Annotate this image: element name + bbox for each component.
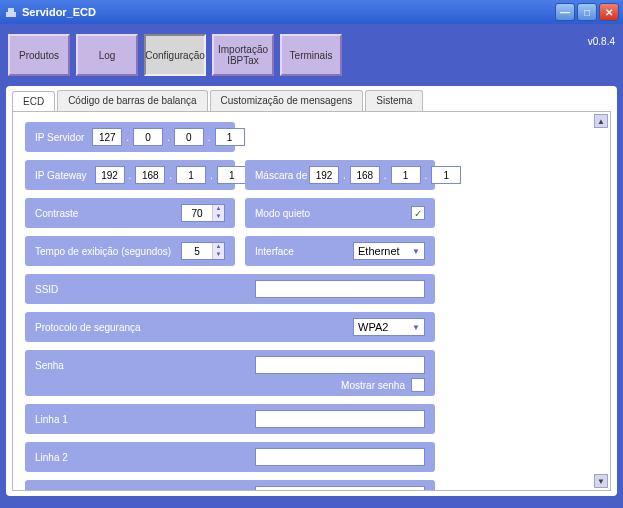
ip-servidor-oct4[interactable] bbox=[215, 128, 245, 146]
dot-icon: . bbox=[167, 170, 174, 181]
dot-icon: . bbox=[206, 132, 213, 143]
modo-quieto-label: Modo quieto bbox=[255, 208, 310, 219]
protocolo-select[interactable]: WPA2 ▼ bbox=[353, 318, 425, 336]
contraste-value[interactable] bbox=[182, 208, 212, 219]
linha3-field: Linha 3 bbox=[25, 480, 435, 491]
configuracao-button[interactable]: Configuração bbox=[144, 34, 206, 76]
ip-gateway-oct3[interactable] bbox=[176, 166, 206, 184]
interface-label: Interface bbox=[255, 246, 294, 257]
spin-up-icon[interactable]: ▲ bbox=[212, 205, 224, 213]
mostrar-senha-label: Mostrar senha bbox=[341, 380, 405, 391]
ip-gateway-oct2[interactable] bbox=[135, 166, 165, 184]
log-button[interactable]: Log bbox=[76, 34, 138, 76]
window-title: Servidor_ECD bbox=[22, 6, 555, 18]
dot-icon: . bbox=[382, 170, 389, 181]
ip-gateway-oct1[interactable] bbox=[95, 166, 125, 184]
ip-servidor-oct2[interactable] bbox=[133, 128, 163, 146]
svg-rect-1 bbox=[8, 8, 14, 12]
mostrar-senha-checkbox[interactable] bbox=[411, 378, 425, 392]
ip-servidor-oct1[interactable] bbox=[92, 128, 122, 146]
linha1-label: Linha 1 bbox=[35, 414, 68, 425]
chevron-down-icon: ▼ bbox=[410, 247, 422, 256]
version-label: v0.8.4 bbox=[588, 34, 615, 47]
dot-icon: . bbox=[208, 170, 215, 181]
mascara-oct2[interactable] bbox=[350, 166, 380, 184]
protocolo-value: WPA2 bbox=[358, 321, 388, 333]
interface-value: Ethernet bbox=[358, 245, 400, 257]
terminais-button[interactable]: Terminais bbox=[280, 34, 342, 76]
spin-up-icon[interactable]: ▲ bbox=[212, 243, 224, 251]
dot-icon: . bbox=[341, 170, 348, 181]
content-panel: ECD Código de barras de balança Customiz… bbox=[6, 86, 617, 496]
dot-icon: . bbox=[165, 132, 172, 143]
scrollbar[interactable]: ▲ ▼ bbox=[594, 114, 608, 488]
protocolo-label: Protocolo de segurança bbox=[35, 322, 141, 333]
protocolo-field: Protocolo de segurança WPA2 ▼ bbox=[25, 312, 435, 342]
toolbar: Produtos Log Configuração Importação IBP… bbox=[6, 30, 617, 86]
mascara-oct3[interactable] bbox=[391, 166, 421, 184]
window-controls: — □ ✕ bbox=[555, 3, 619, 21]
ssid-label: SSID bbox=[35, 284, 58, 295]
ssid-input[interactable] bbox=[255, 280, 425, 298]
linha3-input[interactable] bbox=[255, 486, 425, 491]
ssid-field: SSID bbox=[25, 274, 435, 304]
svg-rect-0 bbox=[6, 12, 16, 17]
contraste-field: Contraste ▲ ▼ bbox=[25, 198, 235, 228]
app-frame: Produtos Log Configuração Importação IBP… bbox=[0, 24, 623, 508]
tempo-exibicao-value[interactable] bbox=[182, 246, 212, 257]
ip-servidor-oct3[interactable] bbox=[174, 128, 204, 146]
tempo-exibicao-spinner[interactable]: ▲ ▼ bbox=[181, 242, 225, 260]
senha-field: Senha Mostrar senha bbox=[25, 350, 435, 396]
modo-quieto-field: Modo quieto ✓ bbox=[245, 198, 435, 228]
senha-input[interactable] bbox=[255, 356, 425, 374]
dot-icon: . bbox=[124, 132, 131, 143]
mascara-label: Máscara de rede bbox=[255, 170, 301, 181]
ip-servidor-label: IP Servidor bbox=[35, 132, 84, 143]
ip-servidor-field: IP Servidor . . . bbox=[25, 122, 235, 152]
linha2-field: Linha 2 bbox=[25, 442, 435, 472]
tempo-exibicao-field: Tempo de exibição (segundos) ▲ ▼ bbox=[25, 236, 235, 266]
spin-down-icon[interactable]: ▼ bbox=[212, 213, 224, 221]
tempo-exibicao-label: Tempo de exibição (segundos) bbox=[35, 246, 171, 257]
interface-field: Interface Ethernet ▼ bbox=[245, 236, 435, 266]
mascara-oct1[interactable] bbox=[309, 166, 339, 184]
spin-down-icon[interactable]: ▼ bbox=[212, 251, 224, 259]
tab-ecd[interactable]: ECD bbox=[12, 91, 55, 112]
ip-gateway-field: IP Gateway . . . bbox=[25, 160, 235, 190]
dot-icon: . bbox=[127, 170, 134, 181]
interface-select[interactable]: Ethernet ▼ bbox=[353, 242, 425, 260]
titlebar: Servidor_ECD — □ ✕ bbox=[0, 0, 623, 24]
tab-body: ▲ ▼ IP Servidor . . . bbox=[12, 111, 611, 491]
minimize-button[interactable]: — bbox=[555, 3, 575, 21]
linha1-input[interactable] bbox=[255, 410, 425, 428]
linha1-field: Linha 1 bbox=[25, 404, 435, 434]
contraste-spinner[interactable]: ▲ ▼ bbox=[181, 204, 225, 222]
produtos-button[interactable]: Produtos bbox=[8, 34, 70, 76]
maximize-button[interactable]: □ bbox=[577, 3, 597, 21]
app-icon bbox=[4, 5, 18, 19]
linha2-input[interactable] bbox=[255, 448, 425, 466]
scroll-up-button[interactable]: ▲ bbox=[594, 114, 608, 128]
ip-gateway-label: IP Gateway bbox=[35, 170, 87, 181]
dot-icon: . bbox=[423, 170, 430, 181]
ip-gateway-oct4[interactable] bbox=[217, 166, 247, 184]
modo-quieto-checkbox[interactable]: ✓ bbox=[411, 206, 425, 220]
tab-strip: ECD Código de barras de balança Customiz… bbox=[12, 90, 611, 111]
mascara-field: Máscara de rede . . . bbox=[245, 160, 435, 190]
importacao-ibptax-button[interactable]: Importação IBPTax bbox=[212, 34, 274, 76]
scroll-down-button[interactable]: ▼ bbox=[594, 474, 608, 488]
senha-label: Senha bbox=[35, 360, 64, 371]
contraste-label: Contraste bbox=[35, 208, 78, 219]
tab-sistema[interactable]: Sistema bbox=[365, 90, 423, 111]
mascara-oct4[interactable] bbox=[431, 166, 461, 184]
linha3-label: Linha 3 bbox=[35, 490, 68, 492]
tab-customizacao[interactable]: Customização de mensagens bbox=[210, 90, 364, 111]
tab-codigo-barras[interactable]: Código de barras de balança bbox=[57, 90, 207, 111]
linha2-label: Linha 2 bbox=[35, 452, 68, 463]
close-button[interactable]: ✕ bbox=[599, 3, 619, 21]
chevron-down-icon: ▼ bbox=[410, 323, 422, 332]
